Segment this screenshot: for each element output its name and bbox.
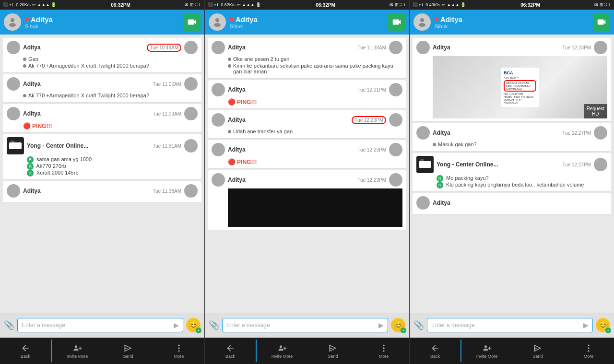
chat-area-2: Aditya Tue 11:38AM Oke ane pesen 2 tu ga… [205,35,409,313]
nav-invite-3[interactable]: Invite More [461,338,512,364]
msg-avatar-1-2 [7,77,20,91]
message-2-4: Aditya Tue 12:23PM 🔴 PING!!! [208,140,406,169]
svg-rect-63 [420,159,424,161]
signal-icons-3: ✏ ▲▲▲ 🔋 [442,2,466,7]
header-3: Aditya Sibuk [410,10,614,35]
message-2-2: Aditya Tue 12:01PM 🔴 PING!!! [208,80,406,109]
status-right-3: ✉ ⊞ ∷ L [594,2,611,7]
speed-3: 0.49K/s [425,2,440,7]
nav-invite-2[interactable]: Invite More [257,338,307,364]
header-info-3: Aditya Sibuk [435,15,589,29]
msg-avatar-3-4 [416,196,430,210]
attach-btn-3[interactable]: 📎 [413,320,424,330]
msg-body-1-1: Gan Ak 770 +Armageddon X craft Twilight … [7,56,198,69]
svg-point-9 [189,85,194,88]
nav-back-2[interactable]: Back [205,338,256,364]
nav-back-3[interactable]: Back [410,338,460,364]
svg-point-50 [383,347,384,349]
message-1-1: Aditya Tue 10:49AM Gan Ak 770 +Armageddo… [3,38,201,73]
svg-point-33 [216,91,221,94]
nav-back-1[interactable]: Back [0,338,51,364]
message-input-3[interactable]: Enter a message ▶ [427,318,593,332]
svg-point-67 [421,204,426,207]
svg-point-27 [214,23,221,27]
svg-point-1 [9,23,16,27]
time-1: 06:32PM [111,2,130,8]
nav-send-3[interactable]: Send [512,338,563,364]
nav-more-2[interactable]: More [358,338,409,364]
msg-time-1-1: Tue 10:49AM [147,44,181,52]
video-call-btn-2[interactable] [388,13,405,31]
nav-send-1[interactable]: Send [103,338,154,364]
nav-more-1[interactable]: More [154,338,204,364]
message-2-1: Aditya Tue 11:38AM Oke ane pesen 2 tu ga… [208,38,406,79]
svg-point-48 [280,345,282,348]
msg-body-ping-1-3: 🔴 PING!!! [7,122,198,129]
request-hd-btn[interactable]: RequestHD [584,104,607,118]
group-avatar-3-3 [416,156,434,173]
svg-point-45 [216,181,221,184]
msg-avatar-right-2-1 [389,41,402,54]
msg-avatar-right-3-2 [594,126,607,140]
msg-body-2-3: Udah ane transfer ya gan [212,129,402,134]
video-call-btn-3[interactable] [593,13,610,31]
msg-sender-1-1: Aditya [23,44,144,51]
svg-point-71 [588,350,589,352]
group-body-1-4: R sama gan ama yg 1000 R Ak770 270rb R X… [7,156,198,176]
msg-avatar-right-2-2 [389,83,402,96]
video-call-btn-1[interactable] [183,13,201,31]
header-avatar-1 [4,13,21,31]
nav-invite-1[interactable]: Invite More [52,338,103,364]
svg-point-39 [393,121,399,124]
message-input-1[interactable]: Enter a message ▶ [17,318,183,332]
msg-sender-1-5: Aditya [23,188,150,194]
svg-point-4 [189,45,192,47]
time-3: 06:32PM [520,2,540,8]
svg-rect-62 [419,161,431,168]
svg-point-0 [11,18,14,22]
emoji-btn-3[interactable]: 😊 + [596,318,610,332]
signal-icons-2: ✏ ▲▲▲ 🔋 [237,2,261,7]
svg-point-49 [383,344,384,346]
bottom-nav-1: Back Invite More Send More [0,338,204,364]
group-name-1-4: Yong - Center Online... [27,142,150,149]
nav-more-3[interactable]: More [563,338,614,364]
chat-area-1: Aditya Tue 10:49AM Gan Ak 770 +Armageddo… [0,35,204,313]
message-3-4: Aditya [413,193,611,215]
msg-sender-2-1: Aditya [228,44,354,51]
header-2: Aditya Sibuk [205,10,409,35]
svg-point-44 [217,177,220,180]
status-left-1: ⬛ ▪ L 0.20K/s ✏ ▲▲▲ 🔋 [3,2,56,7]
msg-avatar-2-1 [212,41,225,54]
svg-point-57 [598,48,603,51]
svg-point-38 [394,117,397,120]
svg-point-10 [12,111,15,114]
app-icons-2: ⬛ ▪ L [208,2,219,7]
header-1: Aditya Sibuk [0,10,204,35]
svg-point-26 [215,18,219,22]
attach-btn-1[interactable]: 📎 [4,320,14,330]
svg-point-29 [216,48,221,51]
status-dot-2 [230,17,234,21]
svg-point-3 [11,48,16,51]
msg-avatar-right-3-3 [594,158,607,171]
signal-icons-1: ✏ ▲▲▲ 🔋 [32,2,57,7]
svg-point-22 [75,345,77,348]
status-dot-1 [25,17,29,21]
svg-point-54 [422,45,425,47]
message-input-2[interactable]: Enter a message ▶ [222,318,388,332]
header-name-1: Aditya [25,15,179,23]
msg-time-3-2: Tue 12:27PM [562,130,591,136]
svg-point-52 [420,18,424,22]
msg-avatar-1-5 [7,184,20,198]
msg-sender-3-4: Aditya [433,200,604,206]
nav-send-2[interactable]: Send [307,338,358,364]
emoji-btn-1[interactable]: 😊 + [186,318,201,332]
emoji-btn-2[interactable]: 😊 + [391,318,405,332]
msg-time-2-4: Tue 12:23PM [357,147,386,153]
header-name-2: Aditya [230,15,384,23]
attach-btn-2[interactable]: 📎 [209,320,219,330]
screen-3: ⬛ ▪ L 0.49K/s ✏ ▲▲▲ 🔋 06:32PM ✉ ⊞ ∷ L Ad… [410,0,614,364]
svg-point-21 [189,192,194,195]
svg-point-13 [189,115,194,117]
